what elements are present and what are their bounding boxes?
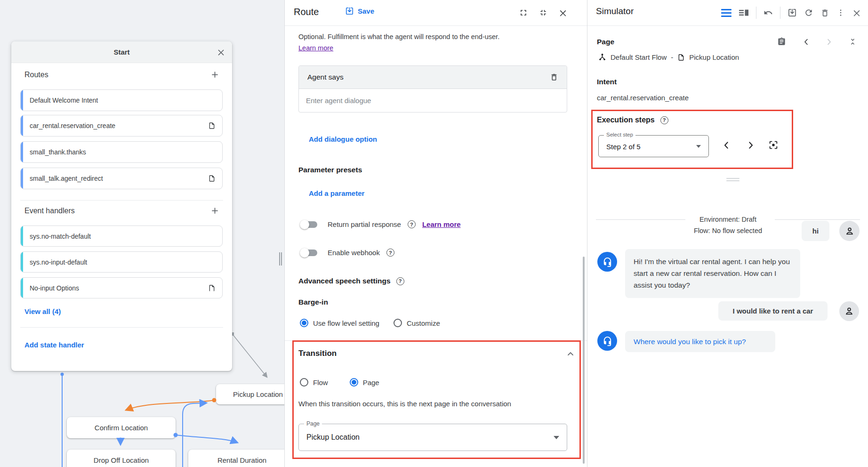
intent-value: car_rental.reservation_create <box>597 94 689 102</box>
exit-fullscreen-icon[interactable] <box>538 8 548 17</box>
user-message-text: I would like to rent a car <box>733 307 813 315</box>
barge-in-options: Use flow level setting Customize <box>300 319 440 327</box>
page-section-label: Page <box>597 38 614 46</box>
step-forward-icon[interactable] <box>825 38 833 46</box>
simulator-header: Simulator <box>587 0 868 26</box>
enable-webhook-toggle[interactable] <box>301 250 317 256</box>
customize-radio[interactable] <box>394 319 402 327</box>
help-icon[interactable]: ? <box>386 249 394 257</box>
collapse-icon[interactable] <box>848 37 857 46</box>
page-icon <box>208 122 216 129</box>
close-icon[interactable] <box>217 48 225 56</box>
start-panel-title: Start <box>113 48 129 56</box>
select-step-dropdown[interactable]: Select step Step 2 of 5 <box>598 135 709 157</box>
center-focus-icon[interactable] <box>768 140 779 150</box>
route-panel-scrollbar[interactable] <box>583 257 585 464</box>
event-handler-item[interactable]: No-input Options <box>20 277 223 298</box>
reset-icon[interactable] <box>804 8 813 17</box>
agent-message-link-text[interactable]: Where would you like to pick it up? <box>634 338 746 346</box>
route-item-label: car_rental.reservation_create <box>30 122 208 129</box>
parameter-presets-heading: Parameter presets <box>298 166 362 174</box>
save-session-icon[interactable] <box>788 8 797 17</box>
agent-says-block: Agent says <box>298 65 567 113</box>
chat-view-icon[interactable] <box>721 9 731 17</box>
agent-says-title: Agent says <box>307 73 550 81</box>
breadcrumb-flow-name[interactable]: Default Start Flow <box>611 53 667 61</box>
execution-steps-row: Execution steps ? <box>597 116 668 124</box>
view-all-link[interactable]: View all (4) <box>24 307 61 315</box>
clipboard-icon[interactable] <box>777 37 786 46</box>
close-icon[interactable] <box>558 8 568 17</box>
return-partial-response-label: Return partial response <box>328 220 401 228</box>
route-item[interactable]: Default Welcome Intent <box>20 89 223 111</box>
event-handler-accent <box>21 252 23 272</box>
section-divider <box>20 327 223 328</box>
panel-resize-handle[interactable] <box>279 252 280 266</box>
transition-page-radio[interactable] <box>350 378 358 386</box>
chat-resize-handle[interactable] <box>726 178 739 179</box>
partial-response-learn-more-link[interactable]: Learn more <box>422 220 461 228</box>
close-icon[interactable] <box>852 8 861 17</box>
route-item[interactable]: car_rental.reservation_create <box>20 115 223 137</box>
section-divider <box>285 340 587 341</box>
simulator-title: Simulator <box>596 6 634 16</box>
route-accent <box>21 115 23 136</box>
route-item[interactable]: small_thank.thanks <box>20 141 223 163</box>
next-step-icon[interactable] <box>746 140 755 150</box>
advanced-speech-settings-row: Advanced speech settings ? <box>298 277 404 285</box>
more-options-icon[interactable] <box>836 8 845 17</box>
user-message-bubble: I would like to rent a car <box>718 301 828 321</box>
flow-node-confirm-location[interactable]: Confirm Location <box>67 417 176 438</box>
route-item[interactable]: small_talk.agent_redirect <box>20 168 223 189</box>
save-button[interactable]: Save <box>345 7 374 16</box>
user-message-text: hi <box>812 227 819 235</box>
return-partial-response-toggle[interactable] <box>301 221 317 228</box>
side-panel-view-icon[interactable] <box>739 8 749 17</box>
route-accent <box>21 142 23 162</box>
flow-node-rental-duration[interactable]: Rental Duration <box>188 450 296 467</box>
breadcrumb-separator: - <box>671 53 673 61</box>
breadcrumb-page-name[interactable]: Pickup Location <box>689 53 739 61</box>
select-step-value: Step 2 of 5 <box>606 142 641 150</box>
trash-icon[interactable] <box>550 73 558 81</box>
transition-flow-label: Flow <box>313 378 328 386</box>
transition-description: When this transition occurs, this is the… <box>298 400 576 408</box>
previous-step-icon[interactable] <box>722 140 731 150</box>
help-icon[interactable]: ? <box>396 277 404 285</box>
agent-avatar-headset-icon <box>597 252 617 272</box>
transition-page-select[interactable]: Page Pickup Location <box>298 424 567 451</box>
add-state-handler-link[interactable]: Add state handler <box>24 341 84 349</box>
route-item-label: small_talk.agent_redirect <box>30 175 208 182</box>
help-icon[interactable]: ? <box>408 220 416 228</box>
chevron-up-icon[interactable] <box>566 349 575 359</box>
help-icon[interactable]: ? <box>660 116 668 124</box>
add-route-icon[interactable] <box>210 70 220 80</box>
routes-section-label: Routes <box>24 71 48 79</box>
panel-resize-handle[interactable] <box>281 252 282 266</box>
breadcrumb: Default Start Flow - Pickup Location <box>598 53 739 61</box>
undo-icon[interactable] <box>764 8 773 17</box>
add-parameter-link[interactable]: Add a parameter <box>309 189 364 197</box>
use-flow-level-radio[interactable] <box>300 319 308 327</box>
add-dialogue-option-link[interactable]: Add dialogue option <box>309 135 377 143</box>
trash-icon[interactable] <box>820 8 829 17</box>
fullscreen-icon[interactable] <box>519 8 528 17</box>
transition-page-label: Page <box>363 378 379 386</box>
flow-node-drop-off-location[interactable]: Drop Off Location <box>67 450 176 467</box>
event-handler-item[interactable]: sys.no-input-default <box>20 251 223 273</box>
learn-more-link[interactable]: Learn more <box>298 44 333 52</box>
agent-message-bubble: Where would you like to pick it up? <box>625 331 775 352</box>
node-label: Confirm Location <box>95 424 148 432</box>
agent-dialogue-input[interactable] <box>306 97 560 105</box>
route-panel-header: Route Save <box>285 0 587 26</box>
event-handler-label: sys.no-input-default <box>30 258 216 266</box>
page-select-label: Page <box>304 420 322 427</box>
event-handler-item[interactable]: sys.no-match-default <box>20 225 223 247</box>
transition-flow-radio[interactable] <box>300 378 308 386</box>
intent-section-label: Intent <box>597 78 617 86</box>
dropdown-caret-icon <box>696 145 701 148</box>
transition-target-options: Flow Page <box>300 378 379 386</box>
chat-resize-handle[interactable] <box>726 180 739 181</box>
step-back-icon[interactable] <box>802 38 811 46</box>
add-event-handler-icon[interactable] <box>210 206 220 216</box>
